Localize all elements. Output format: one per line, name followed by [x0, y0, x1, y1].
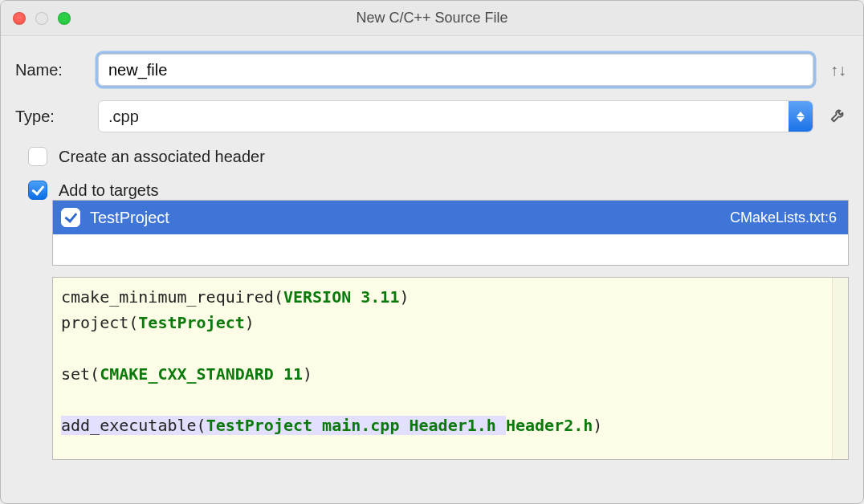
- target-name: TestProject: [90, 209, 720, 227]
- code-kw: TestProject: [138, 313, 244, 332]
- wrench-icon[interactable]: [828, 106, 849, 127]
- code-kw: VERSION 3.11: [283, 287, 400, 307]
- target-checkbox[interactable]: [61, 208, 80, 227]
- dialog-window: New C/C++ Source File Name: ↑↓ Type: .cp…: [0, 0, 864, 504]
- add-targets-row: Add to targets: [15, 181, 849, 200]
- close-window-button[interactable]: [13, 12, 26, 25]
- chevron-updown-icon: [789, 101, 813, 132]
- code-kw: CMAKE_CXX_STANDARD 11: [100, 364, 303, 384]
- code-kw: TestProject main.cpp Header1.h: [206, 416, 506, 435]
- add-targets-label: Add to targets: [59, 181, 159, 200]
- code-text: cmake_minimum_required(: [61, 287, 283, 307]
- code-text: project(: [61, 313, 138, 332]
- add-targets-checkbox[interactable]: [28, 181, 47, 200]
- code-text: ): [303, 364, 312, 384]
- spacer: [1, 266, 863, 277]
- create-header-label: Create an associated header: [59, 148, 265, 166]
- name-label: Name:: [15, 61, 84, 79]
- sort-toggle-icon[interactable]: ↑↓: [828, 61, 849, 79]
- name-input[interactable]: [108, 61, 803, 79]
- code-highlight: add_executable(TestProject main.cpp Head…: [61, 416, 506, 435]
- code-kw: Header2.h: [506, 416, 593, 435]
- titlebar: New C/C++ Source File: [1, 1, 863, 36]
- code-text: ): [245, 313, 255, 332]
- create-header-checkbox[interactable]: [28, 147, 47, 166]
- code-text: ): [593, 416, 602, 435]
- code-text: add_executable(: [61, 416, 206, 435]
- target-row[interactable]: TestProject CMakeLists.txt:6: [53, 201, 848, 234]
- maximize-window-button[interactable]: [58, 12, 71, 25]
- type-select-value: .cpp: [108, 108, 139, 126]
- minimize-window-button[interactable]: [35, 12, 48, 25]
- create-header-row: Create an associated header: [15, 147, 849, 166]
- code-scrollbar[interactable]: [832, 278, 848, 459]
- code-text: set(: [61, 364, 100, 384]
- target-file-ref: CMakeLists.txt:6: [730, 209, 837, 226]
- window-title: New C/C++ Source File: [1, 10, 863, 26]
- window-controls: [13, 12, 71, 25]
- type-row: Type: .cpp: [15, 100, 849, 132]
- type-label: Type:: [15, 108, 84, 126]
- type-select[interactable]: .cpp: [98, 100, 813, 132]
- cmake-preview: cmake_minimum_required(VERSION 3.11) pro…: [52, 277, 849, 460]
- dialog-content: Name: ↑↓ Type: .cpp Creat: [1, 36, 863, 200]
- code-text: ): [399, 287, 409, 307]
- name-input-wrap: [98, 54, 813, 86]
- name-row: Name: ↑↓: [15, 54, 849, 86]
- targets-list: TestProject CMakeLists.txt:6: [52, 200, 849, 266]
